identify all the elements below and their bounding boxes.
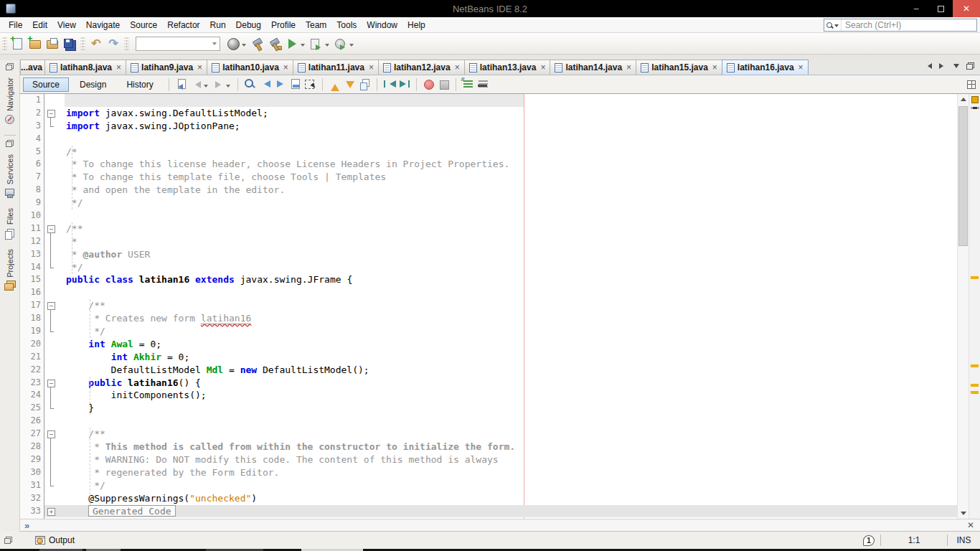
- fold-marker[interactable]: [44, 248, 65, 261]
- code-line[interactable]: import javax.swing.JOptionPane;: [65, 120, 957, 133]
- line-number[interactable]: 33: [26, 505, 41, 518]
- configuration-combobox[interactable]: [136, 37, 220, 51]
- menu-help[interactable]: Help: [402, 18, 430, 32]
- code-line[interactable]: initComponents();: [65, 389, 957, 402]
- move-up-icon[interactable]: [329, 78, 341, 90]
- warning-stripe-mark[interactable]: [971, 391, 979, 394]
- view-button-design[interactable]: Design: [70, 77, 116, 92]
- open-project-icon[interactable]: [46, 37, 59, 50]
- maximize-editor-icon[interactable]: [966, 62, 974, 70]
- stop-macro-recording-icon[interactable]: [438, 78, 450, 90]
- line-number[interactable]: 1: [26, 94, 41, 107]
- menu-window[interactable]: Window: [362, 18, 402, 32]
- dock-window-icon[interactable]: [6, 63, 14, 70]
- menu-file[interactable]: File: [4, 18, 27, 32]
- code-line[interactable]: *: [65, 235, 957, 248]
- line-number[interactable]: 20: [26, 338, 41, 351]
- code-line[interactable]: }: [65, 402, 957, 415]
- search-box[interactable]: [824, 19, 977, 32]
- line-number[interactable]: 6: [26, 158, 41, 171]
- tab-latihan14-java[interactable]: latihan14.java: [550, 60, 636, 75]
- redo-icon[interactable]: ↷: [107, 37, 120, 50]
- line-number[interactable]: 2: [26, 107, 41, 120]
- dropdown-caret-icon[interactable]: [349, 44, 354, 49]
- vertical-scrollbar[interactable]: [957, 94, 969, 519]
- new-file-icon[interactable]: [11, 37, 24, 50]
- ide-status-icon[interactable]: [227, 37, 240, 50]
- warning-stripe-mark[interactable]: [971, 364, 979, 367]
- debug-project-icon[interactable]: [310, 37, 323, 50]
- save-all-icon[interactable]: [63, 37, 76, 50]
- tab-close-icon[interactable]: [283, 64, 288, 71]
- tab-latihan9-java[interactable]: latihan9.java: [126, 60, 207, 75]
- move-down-icon[interactable]: [344, 78, 356, 90]
- line-number[interactable]: 23: [26, 377, 41, 390]
- code-line[interactable]: DefaultListModel Mdl = new DefaultListMo…: [65, 364, 957, 377]
- split-editor-icon[interactable]: [967, 80, 976, 89]
- sidebar-item-files[interactable]: Files: [4, 205, 15, 245]
- code-line[interactable]: [65, 94, 957, 107]
- tab-overflow[interactable]: ...ava: [20, 60, 44, 75]
- line-number[interactable]: 29: [26, 453, 41, 466]
- sidebar-item-navigator[interactable]: Navigator: [4, 75, 15, 132]
- line-number[interactable]: 11: [26, 222, 41, 235]
- line-number[interactable]: 26: [26, 415, 41, 428]
- new-project-icon[interactable]: [29, 37, 42, 50]
- line-number[interactable]: 22: [26, 364, 41, 377]
- code-line[interactable]: * To change this license header, choose …: [65, 158, 957, 171]
- line-number[interactable]: 9: [26, 197, 41, 209]
- tab-close-icon[interactable]: [197, 64, 202, 71]
- run-project-icon[interactable]: [286, 37, 298, 50]
- tab-close-icon[interactable]: [540, 64, 545, 71]
- code-line[interactable]: * To change this template file, choose T…: [65, 171, 957, 184]
- search-icon-button[interactable]: [824, 19, 842, 31]
- error-stripe[interactable]: [969, 94, 980, 519]
- line-number-gutter[interactable]: 1234567891011121314151617181920212223242…: [26, 94, 44, 519]
- code-line[interactable]: /*: [65, 146, 957, 159]
- line-number[interactable]: 25: [26, 402, 41, 415]
- scroll-tabs-right-button[interactable]: [939, 63, 946, 69]
- line-number[interactable]: 7: [26, 171, 41, 184]
- minimize-button[interactable]: –: [904, 0, 928, 17]
- rectangular-selection-icon[interactable]: [304, 78, 316, 90]
- duplicate-selection-icon[interactable]: [359, 78, 371, 90]
- line-number[interactable]: 15: [26, 273, 41, 286]
- view-button-source[interactable]: Source: [23, 77, 69, 92]
- fold-marker[interactable]: [44, 389, 65, 402]
- toggle-highlight-icon[interactable]: [289, 78, 301, 90]
- code-line[interactable]: [65, 286, 957, 299]
- line-number[interactable]: 24: [26, 389, 41, 402]
- code-line[interactable]: [65, 133, 957, 146]
- back-icon[interactable]: [190, 78, 202, 90]
- fold-marker[interactable]: [44, 402, 65, 415]
- code-line[interactable]: * @author USER: [65, 248, 957, 261]
- sidebar-item-projects[interactable]: Projects: [4, 246, 15, 298]
- line-number[interactable]: 19: [26, 325, 41, 338]
- code-line[interactable]: */: [65, 197, 957, 209]
- line-number[interactable]: 32: [26, 492, 41, 505]
- fold-marker[interactable]: [44, 325, 65, 338]
- menu-refactor[interactable]: Refactor: [162, 18, 204, 32]
- code-line[interactable]: int Awal = 0;: [65, 338, 957, 351]
- code-line[interactable]: [65, 415, 957, 428]
- fold-marker[interactable]: [44, 261, 65, 274]
- code-line[interactable]: import javax.swing.DefaultListModel;: [65, 107, 957, 120]
- code-line[interactable]: public class latihan16 extends javax.swi…: [65, 273, 957, 286]
- breadcrumb-chevron[interactable]: »: [20, 520, 29, 531]
- dropdown-caret-icon[interactable]: [242, 44, 246, 49]
- code-line[interactable]: /**: [65, 222, 957, 235]
- scroll-tabs-left-button[interactable]: [925, 63, 932, 69]
- code-line[interactable]: * WARNING: Do NOT modify this code. The …: [65, 453, 957, 466]
- shift-right-icon[interactable]: [398, 78, 410, 90]
- code-line[interactable]: int Akhir = 0;: [65, 351, 957, 364]
- profile-project-icon[interactable]: [334, 37, 347, 50]
- comment-icon[interactable]: [462, 78, 474, 90]
- menu-edit[interactable]: Edit: [27, 18, 52, 32]
- output-dock-icon[interactable]: [4, 537, 12, 544]
- line-number[interactable]: 28: [26, 441, 41, 453]
- tab-latihan15-java[interactable]: latihan15.java: [636, 60, 722, 75]
- code-line[interactable]: * This method is called from within the …: [65, 441, 957, 453]
- fold-marker[interactable]: [44, 441, 65, 453]
- menu-debug[interactable]: Debug: [231, 18, 266, 32]
- tab-list-dropdown-button[interactable]: [953, 64, 959, 71]
